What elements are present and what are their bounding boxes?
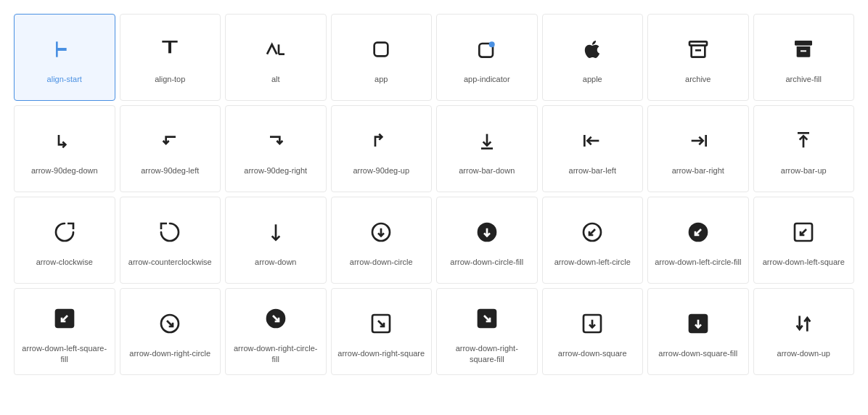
icon-cell-arrow-90deg-down[interactable]: arrow-90deg-down [14, 105, 115, 192]
icon-label: arrow-down-right-circle [129, 348, 210, 359]
arrow-bar-right-icon [681, 123, 716, 158]
align-top-icon [152, 32, 187, 67]
icon-label: arrow-down-right-circle-fill [232, 343, 320, 366]
svg-rect-6 [374, 43, 388, 57]
arrow-clockwise-icon [47, 215, 82, 250]
apple-icon [575, 32, 610, 67]
icon-label: arrow-down-square-fill [658, 348, 737, 359]
icon-cell-arrow-down-right-circle[interactable]: arrow-down-right-circle [120, 288, 221, 375]
icon-grid: align-start align-top alt app [0, 0, 868, 389]
arrow-counterclockwise-icon [152, 215, 187, 250]
alt-icon [258, 32, 293, 67]
arrow-90deg-left-icon [152, 123, 187, 158]
icon-cell-arrow-90deg-up[interactable]: arrow-90deg-up [331, 105, 433, 192]
arrow-bar-down-icon [470, 123, 504, 158]
app-icon [364, 32, 398, 67]
icon-label: arrow-bar-down [459, 165, 515, 176]
icon-label: arrow-90deg-down [31, 165, 98, 176]
icon-cell-app-indicator[interactable]: app-indicator [436, 14, 538, 101]
icon-label: arrow-down-left-circle-fill [655, 257, 741, 268]
align-start-icon [47, 32, 82, 67]
icon-label: arrow-bar-right [672, 165, 724, 176]
icon-label: align-start [47, 74, 82, 85]
icon-label: arrow-bar-left [569, 165, 616, 176]
icon-cell-arrow-down[interactable]: arrow-down [225, 197, 327, 284]
icon-cell-arrow-down-left-circle-fill[interactable]: arrow-down-left-circle-fill [647, 197, 749, 284]
icon-label: arrow-down-circle-fill [450, 257, 523, 268]
icon-cell-arrow-down-right-circle-fill[interactable]: arrow-down-right-circle-fill [225, 288, 327, 375]
icon-label: app-indicator [464, 74, 510, 85]
icon-cell-arrow-down-circle-fill[interactable]: arrow-down-circle-fill [436, 197, 538, 284]
icon-label: arrow-down-left-circle [554, 257, 631, 268]
icon-cell-arrow-bar-up[interactable]: arrow-bar-up [753, 105, 855, 192]
arrow-down-circle-fill-icon [470, 215, 504, 250]
arrow-down-up-icon [786, 306, 821, 341]
icon-cell-arrow-bar-down[interactable]: arrow-bar-down [436, 105, 538, 192]
icon-cell-arrow-90deg-right[interactable]: arrow-90deg-right [225, 105, 327, 192]
icon-cell-arrow-bar-right[interactable]: arrow-bar-right [647, 105, 749, 192]
arrow-down-left-circle-fill-icon [681, 215, 716, 250]
icon-label: arrow-down-left-square-fill [20, 343, 109, 366]
arrow-down-right-square-icon [364, 306, 398, 341]
icon-cell-align-top[interactable]: align-top [120, 14, 221, 101]
icon-cell-arrow-down-square[interactable]: arrow-down-square [542, 288, 644, 375]
arrow-down-left-square-icon [786, 215, 821, 250]
icon-cell-alt[interactable]: alt [225, 14, 327, 101]
icon-cell-archive[interactable]: archive [647, 14, 749, 101]
icon-label: arrow-down-left-square [763, 257, 845, 268]
arrow-down-circle-icon [364, 215, 398, 250]
svg-point-8 [488, 42, 494, 48]
icon-cell-apple[interactable]: apple [542, 14, 644, 101]
arrow-down-right-circle-icon [152, 306, 187, 341]
icon-label: app [374, 74, 388, 85]
icon-label: arrow-down-right-square-fill [443, 343, 531, 366]
arrow-down-left-circle-icon [575, 215, 610, 250]
arrow-down-right-circle-fill-icon [258, 301, 293, 336]
icon-label: arrow-down-up [777, 348, 830, 359]
arrow-bar-up-icon [786, 123, 821, 158]
icon-label: align-top [155, 74, 185, 85]
icon-label: arrow-down-circle [350, 257, 413, 268]
icon-label: arrow-down-right-square [337, 348, 425, 359]
svg-rect-9 [689, 42, 707, 46]
icon-label: archive-fill [785, 74, 822, 85]
arrow-down-square-fill-icon [681, 306, 716, 341]
icon-cell-arrow-down-up[interactable]: arrow-down-up [753, 288, 855, 375]
icon-label: arrow-90deg-left [141, 165, 199, 176]
icon-label: arrow-clockwise [36, 257, 93, 268]
app-indicator-icon [470, 32, 504, 67]
icon-cell-align-start[interactable]: align-start [14, 14, 115, 101]
icon-cell-arrow-down-right-square[interactable]: arrow-down-right-square [331, 288, 433, 375]
icon-label: arrow-90deg-up [353, 165, 409, 176]
arrow-down-right-square-fill-icon [470, 301, 504, 336]
icon-cell-archive-fill[interactable]: archive-fill [753, 14, 855, 101]
arrow-down-icon [258, 215, 293, 250]
icon-label: arrow-bar-up [781, 165, 827, 176]
icon-label: arrow-90deg-right [244, 165, 307, 176]
icon-cell-arrow-down-right-square-fill[interactable]: arrow-down-right-square-fill [436, 288, 538, 375]
arrow-down-left-square-fill-icon [47, 301, 82, 336]
icon-label: arrow-counterclockwise [128, 257, 212, 268]
icon-label: arrow-down [255, 257, 296, 268]
icon-cell-arrow-down-left-square[interactable]: arrow-down-left-square [753, 197, 855, 284]
archive-fill-icon [786, 32, 821, 67]
arrow-90deg-right-icon [258, 123, 293, 158]
icon-cell-arrow-down-left-square-fill[interactable]: arrow-down-left-square-fill [14, 288, 115, 375]
icon-label: archive [685, 74, 711, 85]
icon-label: arrow-down-square [558, 348, 627, 359]
archive-icon [681, 32, 716, 67]
icon-cell-arrow-down-circle[interactable]: arrow-down-circle [331, 197, 433, 284]
icon-cell-arrow-down-square-fill[interactable]: arrow-down-square-fill [647, 288, 749, 375]
icon-label: apple [583, 74, 602, 85]
icon-cell-arrow-clockwise[interactable]: arrow-clockwise [14, 197, 115, 284]
svg-rect-11 [801, 51, 806, 52]
icon-cell-arrow-down-left-circle[interactable]: arrow-down-left-circle [542, 197, 644, 284]
arrow-down-square-icon [575, 306, 610, 341]
icon-cell-app[interactable]: app [331, 14, 433, 101]
arrow-90deg-down-icon [47, 123, 82, 158]
icon-cell-arrow-bar-left[interactable]: arrow-bar-left [542, 105, 644, 192]
icon-cell-arrow-90deg-left[interactable]: arrow-90deg-left [120, 105, 221, 192]
icon-cell-arrow-counterclockwise[interactable]: arrow-counterclockwise [120, 197, 221, 284]
arrow-bar-left-icon [575, 123, 610, 158]
arrow-90deg-up-icon [364, 123, 398, 158]
